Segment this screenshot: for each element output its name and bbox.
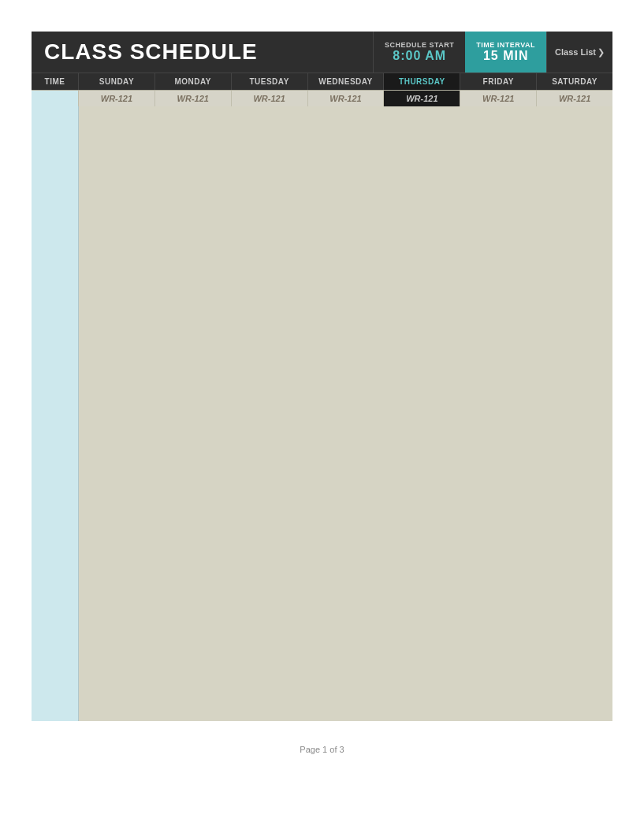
header-title-section: CLASS SCHEDULE [32, 32, 270, 73]
page-info: Page 1 of 3 [300, 745, 344, 754]
schedule-start-value: 8:00 AM [393, 49, 446, 63]
room-cell-wednesday: WR-121 [308, 91, 385, 106]
room-cell-thursday: WR-121 [384, 91, 460, 106]
col-header-sunday: SUNDAY [79, 73, 155, 90]
room-cell-friday: WR-121 [460, 91, 537, 106]
page-container: CLASS SCHEDULE SCHEDULE START 8:00 AM TI… [32, 32, 612, 754]
class-list-section[interactable]: Class List ❯ [546, 32, 612, 73]
room-cell-saturday: WR-121 [537, 91, 612, 106]
time-interval-section[interactable]: TIME INTERVAL 15 MIN [465, 32, 546, 73]
room-cell-sunday: WR-121 [79, 91, 155, 106]
col-header-time: TIME [32, 73, 79, 90]
grid-area [32, 106, 612, 721]
col-header-wednesday: WEDNESDAY [308, 73, 385, 90]
time-interval-value: 15 MIN [483, 49, 529, 63]
room-cell-time [32, 91, 79, 106]
room-cell-tuesday: WR-121 [232, 91, 308, 106]
column-headers: TIME SUNDAY MONDAY TUESDAY WEDNESDAY THU… [32, 73, 612, 90]
col-header-friday: FRIDAY [460, 73, 537, 90]
room-cell-monday: WR-121 [155, 91, 232, 106]
chevron-right-icon: ❯ [597, 47, 605, 58]
room-row: WR-121 WR-121 WR-121 WR-121 WR-121 WR-12… [32, 90, 612, 106]
col-header-saturday: SATURDAY [537, 73, 612, 90]
page-title: CLASS SCHEDULE [44, 39, 258, 65]
col-header-tuesday: TUESDAY [232, 73, 308, 90]
col-header-thursday: THURSDAY [384, 73, 460, 90]
class-list-label: Class List [555, 47, 596, 57]
schedule-columns [79, 106, 612, 721]
footer: Page 1 of 3 [32, 745, 612, 754]
schedule-start-section[interactable]: SCHEDULE START 8:00 AM [373, 32, 465, 73]
time-column [32, 106, 79, 721]
schedule-start-label: SCHEDULE START [385, 41, 454, 49]
header-bar: CLASS SCHEDULE SCHEDULE START 8:00 AM TI… [32, 32, 612, 73]
time-interval-label: TIME INTERVAL [476, 41, 535, 49]
col-header-monday: MONDAY [155, 73, 232, 90]
